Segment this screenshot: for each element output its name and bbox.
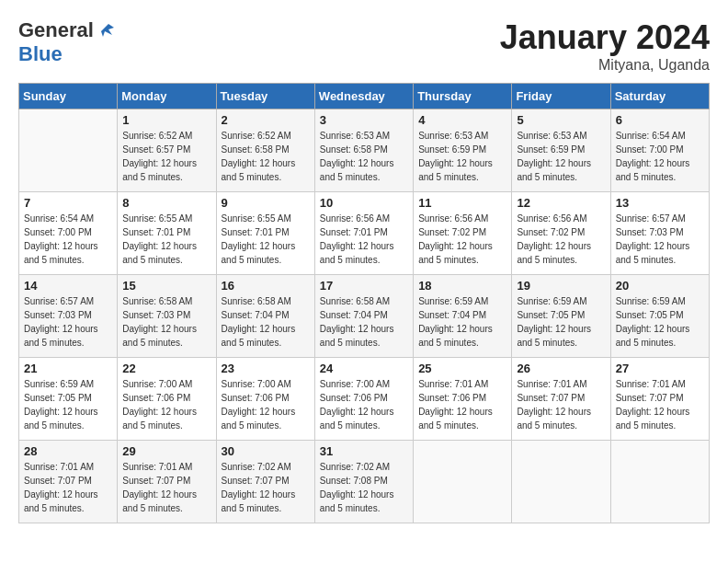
day-number: 20 [616, 279, 704, 293]
week-row-3: 14Sunrise: 6:57 AMSunset: 7:03 PMDayligh… [19, 275, 710, 358]
day-number: 4 [418, 113, 506, 127]
calendar-cell [512, 441, 610, 523]
day-number: 18 [418, 279, 506, 293]
calendar-cell: 14Sunrise: 6:57 AMSunset: 7:03 PMDayligh… [19, 275, 118, 358]
day-number: 13 [616, 196, 704, 210]
calendar-cell: 20Sunrise: 6:59 AMSunset: 7:05 PMDayligh… [610, 275, 709, 358]
calendar-table: SundayMondayTuesdayWednesdayThursdayFrid… [18, 83, 710, 523]
weekday-header-monday: Monday [118, 84, 216, 109]
calendar-cell: 8Sunrise: 6:55 AMSunset: 7:01 PMDaylight… [118, 192, 216, 275]
weekday-header-saturday: Saturday [610, 84, 709, 109]
day-info: Sunrise: 6:58 AMSunset: 7:04 PMDaylight:… [320, 294, 408, 350]
day-info: Sunrise: 6:52 AMSunset: 6:57 PMDaylight:… [122, 129, 210, 184]
day-number: 8 [122, 196, 210, 210]
day-number: 9 [222, 196, 310, 210]
day-info: Sunrise: 6:54 AMSunset: 7:00 PMDaylight:… [24, 212, 112, 267]
calendar-cell: 15Sunrise: 6:58 AMSunset: 7:03 PMDayligh… [118, 275, 216, 358]
calendar-cell: 18Sunrise: 6:59 AMSunset: 7:04 PMDayligh… [414, 275, 512, 358]
day-info: Sunrise: 7:01 AMSunset: 7:07 PMDaylight:… [122, 460, 210, 515]
calendar-cell: 17Sunrise: 6:58 AMSunset: 7:04 PMDayligh… [314, 275, 413, 358]
day-info: Sunrise: 6:59 AMSunset: 7:04 PMDaylight:… [418, 294, 506, 350]
day-number: 31 [320, 444, 408, 458]
day-number: 15 [122, 279, 210, 293]
day-number: 25 [418, 362, 506, 375]
weekday-header-tuesday: Tuesday [216, 84, 314, 109]
day-info: Sunrise: 6:56 AMSunset: 7:02 PMDaylight:… [517, 212, 605, 267]
day-info: Sunrise: 6:53 AMSunset: 6:58 PMDaylight:… [320, 129, 408, 184]
day-number: 1 [122, 113, 210, 127]
month-title: January 2024 [500, 18, 710, 57]
calendar-cell: 3Sunrise: 6:53 AMSunset: 6:58 PMDaylight… [314, 109, 413, 192]
weekday-header-sunday: Sunday [19, 84, 118, 109]
calendar-body: 1Sunrise: 6:52 AMSunset: 6:57 PMDaylight… [19, 109, 710, 523]
weekday-header-friday: Friday [512, 84, 610, 109]
calendar-cell [19, 109, 118, 192]
day-info: Sunrise: 6:52 AMSunset: 6:58 PMDaylight:… [222, 129, 310, 184]
calendar-cell [610, 441, 709, 523]
calendar-cell: 31Sunrise: 7:02 AMSunset: 7:08 PMDayligh… [314, 441, 413, 523]
calendar-cell: 5Sunrise: 6:53 AMSunset: 6:59 PMDaylight… [512, 109, 610, 192]
day-number: 14 [24, 279, 112, 293]
day-info: Sunrise: 6:58 AMSunset: 7:04 PMDaylight:… [222, 294, 310, 350]
calendar-cell: 28Sunrise: 7:01 AMSunset: 7:07 PMDayligh… [19, 441, 118, 523]
calendar-cell: 19Sunrise: 6:59 AMSunset: 7:05 PMDayligh… [512, 275, 610, 358]
calendar-cell: 13Sunrise: 6:57 AMSunset: 7:03 PMDayligh… [610, 192, 709, 275]
day-number: 29 [122, 444, 210, 458]
calendar-cell: 22Sunrise: 7:00 AMSunset: 7:06 PMDayligh… [118, 358, 216, 441]
day-info: Sunrise: 7:01 AMSunset: 7:06 PMDaylight:… [418, 377, 506, 432]
calendar-cell: 16Sunrise: 6:58 AMSunset: 7:04 PMDayligh… [216, 275, 314, 358]
day-number: 2 [222, 113, 310, 127]
calendar-cell: 30Sunrise: 7:02 AMSunset: 7:07 PMDayligh… [216, 441, 314, 523]
calendar-cell: 10Sunrise: 6:56 AMSunset: 7:01 PMDayligh… [314, 192, 413, 275]
page-header: General Blue January 2024 Mityana, Ugand… [18, 18, 710, 74]
day-info: Sunrise: 6:57 AMSunset: 7:03 PMDaylight:… [24, 294, 112, 350]
svg-marker-0 [101, 24, 114, 37]
day-info: Sunrise: 7:01 AMSunset: 7:07 PMDaylight:… [517, 377, 605, 432]
day-info: Sunrise: 6:59 AMSunset: 7:05 PMDaylight:… [616, 294, 704, 350]
day-info: Sunrise: 6:58 AMSunset: 7:03 PMDaylight:… [122, 294, 210, 350]
week-row-1: 1Sunrise: 6:52 AMSunset: 6:57 PMDaylight… [19, 109, 710, 192]
calendar-header: SundayMondayTuesdayWednesdayThursdayFrid… [19, 84, 710, 109]
day-number: 10 [320, 196, 408, 210]
week-row-4: 21Sunrise: 6:59 AMSunset: 7:05 PMDayligh… [19, 358, 710, 441]
day-number: 6 [616, 113, 704, 127]
week-row-5: 28Sunrise: 7:01 AMSunset: 7:07 PMDayligh… [19, 441, 710, 523]
day-info: Sunrise: 6:53 AMSunset: 6:59 PMDaylight:… [418, 129, 506, 184]
day-number: 7 [24, 196, 112, 210]
day-info: Sunrise: 7:01 AMSunset: 7:07 PMDaylight:… [24, 460, 112, 515]
weekday-header-thursday: Thursday [414, 84, 512, 109]
calendar-cell: 4Sunrise: 6:53 AMSunset: 6:59 PMDaylight… [414, 109, 512, 192]
day-info: Sunrise: 6:54 AMSunset: 7:00 PMDaylight:… [616, 129, 704, 184]
calendar-cell: 7Sunrise: 6:54 AMSunset: 7:00 PMDaylight… [19, 192, 118, 275]
day-number: 19 [517, 279, 605, 293]
day-info: Sunrise: 6:57 AMSunset: 7:03 PMDaylight:… [616, 212, 704, 267]
day-info: Sunrise: 7:02 AMSunset: 7:07 PMDaylight:… [222, 460, 310, 515]
calendar-cell: 27Sunrise: 7:01 AMSunset: 7:07 PMDayligh… [610, 358, 709, 441]
day-info: Sunrise: 7:02 AMSunset: 7:08 PMDaylight:… [320, 460, 408, 515]
weekday-header-row: SundayMondayTuesdayWednesdayThursdayFrid… [19, 84, 710, 109]
day-info: Sunrise: 6:56 AMSunset: 7:01 PMDaylight:… [320, 212, 408, 267]
day-number: 17 [320, 279, 408, 293]
calendar-cell: 25Sunrise: 7:01 AMSunset: 7:06 PMDayligh… [414, 358, 512, 441]
calendar-cell: 29Sunrise: 7:01 AMSunset: 7:07 PMDayligh… [118, 441, 216, 523]
logo-general-text: General [18, 18, 94, 42]
calendar-cell: 23Sunrise: 7:00 AMSunset: 7:06 PMDayligh… [216, 358, 314, 441]
day-number: 5 [517, 113, 605, 127]
day-number: 22 [122, 362, 210, 375]
day-number: 28 [24, 444, 112, 458]
calendar-cell: 2Sunrise: 6:52 AMSunset: 6:58 PMDaylight… [216, 109, 314, 192]
calendar-cell: 9Sunrise: 6:55 AMSunset: 7:01 PMDaylight… [216, 192, 314, 275]
calendar-cell: 1Sunrise: 6:52 AMSunset: 6:57 PMDaylight… [118, 109, 216, 192]
calendar-cell: 26Sunrise: 7:01 AMSunset: 7:07 PMDayligh… [512, 358, 610, 441]
day-number: 27 [616, 362, 704, 375]
calendar-cell: 24Sunrise: 7:00 AMSunset: 7:06 PMDayligh… [314, 358, 413, 441]
calendar-cell: 6Sunrise: 6:54 AMSunset: 7:00 PMDaylight… [610, 109, 709, 192]
week-row-2: 7Sunrise: 6:54 AMSunset: 7:00 PMDaylight… [19, 192, 710, 275]
day-number: 3 [320, 113, 408, 127]
day-info: Sunrise: 7:00 AMSunset: 7:06 PMDaylight:… [320, 377, 408, 432]
day-info: Sunrise: 6:59 AMSunset: 7:05 PMDaylight:… [24, 377, 112, 432]
logo: General Blue [18, 18, 116, 66]
day-number: 26 [517, 362, 605, 375]
day-number: 21 [24, 362, 112, 375]
title-block: January 2024 Mityana, Uganda [500, 18, 710, 74]
